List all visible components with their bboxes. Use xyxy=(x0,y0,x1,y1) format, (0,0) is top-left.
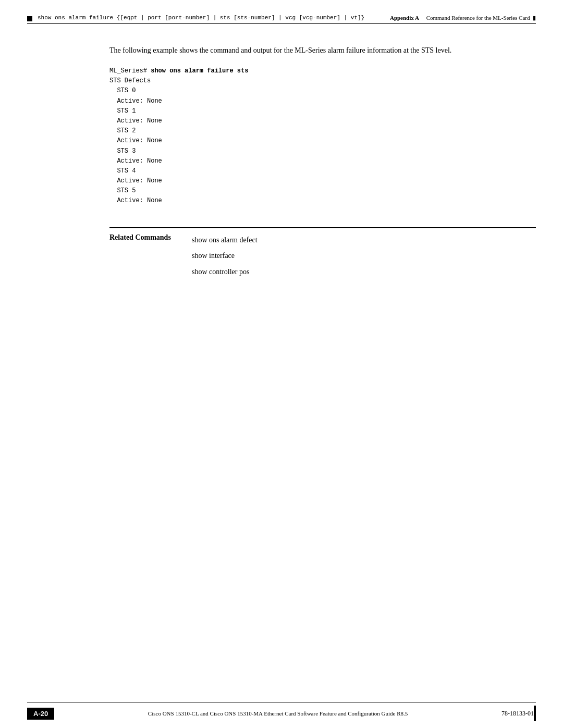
footer-center-text: Cisco ONS 15310-CL and Cisco ONS 15310-M… xyxy=(65,710,491,717)
related-command-2: show interface xyxy=(192,248,536,264)
code-line-6: Active: None xyxy=(109,116,536,126)
intro-paragraph: The following example shows the command … xyxy=(109,45,536,56)
appendix-label: Appendix A xyxy=(390,15,419,21)
code-line-8: Active: None xyxy=(109,136,536,146)
header-command-text: show ons alarm failure {[eqpt | port [po… xyxy=(38,15,364,21)
footer-content: A-20 Cisco ONS 15310-CL and Cisco ONS 15… xyxy=(0,702,563,721)
code-line-12: Active: None xyxy=(109,176,536,186)
related-commands-section: Related Commands show ons alarm defect s… xyxy=(109,222,536,280)
code-line-4: Active: None xyxy=(109,96,536,106)
related-commands-list: show ons alarm defect show interface sho… xyxy=(192,227,536,280)
footer-right-rule xyxy=(534,706,536,721)
page-header: show ons alarm failure {[eqpt | port [po… xyxy=(0,0,563,21)
footer-doc-number: 78-18133-01 xyxy=(501,710,534,718)
code-line-13: STS 5 xyxy=(109,186,536,196)
page-footer: A-20 Cisco ONS 15310-CL and Cisco ONS 15… xyxy=(0,702,563,728)
code-line-5: STS 1 xyxy=(109,106,536,116)
related-commands-label-col: Related Commands xyxy=(109,227,192,243)
page-container: show ons alarm failure {[eqpt | port [po… xyxy=(0,0,563,728)
page-number: A-20 xyxy=(27,708,54,720)
code-line-1: ML_Series# show ons alarm failure sts xyxy=(109,66,536,76)
code-line-9: STS 3 xyxy=(109,146,536,156)
code-line-7: STS 2 xyxy=(109,126,536,136)
related-command-3: show controller pos xyxy=(192,264,536,280)
appendix-description: Command Reference for the ML-Series Card xyxy=(426,15,530,21)
code-line-2: STS Defects xyxy=(109,76,536,86)
code-line-10: Active: None xyxy=(109,156,536,166)
main-content: The following example shows the command … xyxy=(0,24,563,280)
header-right: Appendix A Command Reference for the ML-… xyxy=(390,15,536,21)
code-block: ML_Series# show ons alarm failure sts ST… xyxy=(109,66,536,206)
code-line-11: STS 4 xyxy=(109,166,536,176)
related-command-1: show ons alarm defect xyxy=(192,232,536,249)
code-line-14: Active: None xyxy=(109,196,536,206)
code-line-3: STS 0 xyxy=(109,86,536,96)
header-left: show ons alarm failure {[eqpt | port [po… xyxy=(27,15,364,21)
related-commands-label: Related Commands xyxy=(109,233,171,241)
header-bullet-icon xyxy=(27,16,32,21)
